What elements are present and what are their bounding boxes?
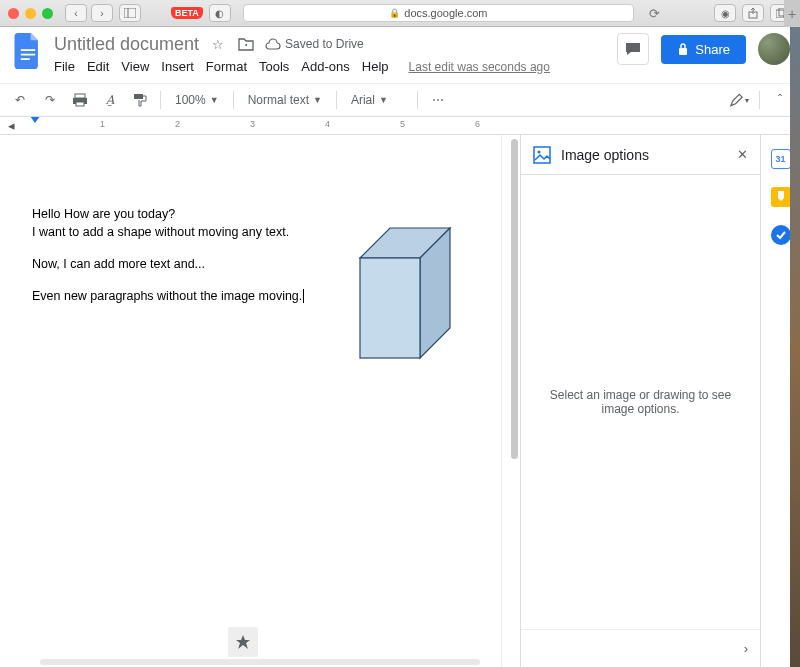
- share-system-button[interactable]: [742, 4, 764, 22]
- move-icon[interactable]: [237, 35, 255, 53]
- docs-logo-icon[interactable]: [10, 33, 46, 69]
- text-line: I want to add a shape without moving any…: [32, 225, 289, 239]
- indent-marker-icon[interactable]: [30, 117, 40, 123]
- vertical-scrollbar[interactable]: [508, 135, 520, 667]
- svg-rect-7: [21, 54, 35, 56]
- image-icon: [533, 146, 551, 164]
- sidebar-expand-icon[interactable]: ›: [744, 641, 748, 656]
- tasks-addon-icon[interactable]: [771, 225, 791, 245]
- ruler-scale[interactable]: 1 2 3 4 5 6: [30, 117, 510, 134]
- back-button[interactable]: ‹: [65, 4, 87, 22]
- svg-rect-13: [134, 94, 143, 99]
- calendar-addon-icon[interactable]: 31: [771, 149, 791, 169]
- document-body[interactable]: Hello How are you today? I want to add a…: [32, 205, 304, 320]
- url-field[interactable]: 🔒 docs.google.com: [243, 4, 634, 22]
- forward-button[interactable]: ›: [91, 4, 113, 22]
- menu-insert[interactable]: Insert: [161, 59, 194, 74]
- svg-rect-16: [360, 258, 420, 358]
- svg-rect-8: [21, 58, 30, 60]
- ruler-right-fill: [520, 117, 800, 135]
- save-status: Saved to Drive: [265, 37, 364, 51]
- redo-button[interactable]: ↷: [40, 90, 60, 110]
- share-button[interactable]: Share: [661, 35, 746, 64]
- account-avatar[interactable]: [758, 33, 790, 65]
- sidebar-title: Image options: [561, 147, 727, 163]
- print-button[interactable]: [70, 90, 90, 110]
- collapse-toolbar-button[interactable]: ˆ: [770, 90, 790, 110]
- document-title[interactable]: Untitled document: [54, 34, 199, 55]
- beta-badge: BETA: [171, 7, 203, 19]
- svg-rect-6: [21, 49, 35, 51]
- sidebar-toggle-button[interactable]: [119, 4, 141, 22]
- last-edit-link[interactable]: Last edit was seconds ago: [409, 60, 550, 74]
- svg-point-19: [538, 150, 541, 153]
- paint-format-button[interactable]: [130, 90, 150, 110]
- comments-button[interactable]: [617, 33, 649, 65]
- drawing-cube[interactable]: [352, 220, 482, 380]
- downloads-button[interactable]: ◉: [714, 4, 736, 22]
- keep-addon-icon[interactable]: [771, 187, 791, 207]
- svg-rect-18: [534, 147, 550, 163]
- docs-header: Untitled document ☆ Saved to Drive File …: [0, 27, 800, 83]
- window-controls: [8, 8, 53, 19]
- svg-rect-12: [76, 102, 84, 106]
- chevron-down-icon: ▼: [313, 95, 322, 105]
- menu-tools[interactable]: Tools: [259, 59, 289, 74]
- style-dropdown[interactable]: Normal text▼: [244, 93, 326, 107]
- document-canvas[interactable]: Hello How are you today? I want to add a…: [0, 135, 520, 667]
- format-toolbar: ↶ ↷ A̱ 100%▼ Normal text▼ Arial▼ ⋯ ▾ ˆ: [0, 83, 800, 117]
- text-line: Even new paragraphs without the image mo…: [32, 289, 302, 303]
- url-text: docs.google.com: [404, 7, 487, 19]
- ruler: ◂ 1 2 3 4 5 6: [0, 117, 800, 135]
- menu-addons[interactable]: Add-ons: [301, 59, 349, 74]
- outline-toggle-icon[interactable]: ◂: [8, 118, 15, 133]
- menu-format[interactable]: Format: [206, 59, 247, 74]
- page: Hello How are you today? I want to add a…: [22, 135, 502, 667]
- svg-rect-4: [776, 10, 784, 18]
- close-window-icon[interactable]: [8, 8, 19, 19]
- font-dropdown[interactable]: Arial▼: [347, 93, 407, 107]
- menu-bar: File Edit View Insert Format Tools Add-o…: [54, 59, 617, 74]
- main-area: Hello How are you today? I want to add a…: [0, 135, 800, 667]
- menu-view[interactable]: View: [121, 59, 149, 74]
- star-icon[interactable]: ☆: [209, 35, 227, 53]
- minimize-window-icon[interactable]: [25, 8, 36, 19]
- desktop-background-edge: [790, 27, 800, 667]
- text-line: Now, I can add more text and...: [32, 257, 205, 271]
- close-sidebar-button[interactable]: ✕: [737, 147, 748, 162]
- more-tools-button[interactable]: ⋯: [428, 90, 448, 110]
- text-cursor: [303, 289, 304, 303]
- explore-button[interactable]: [228, 627, 258, 657]
- new-tab-button[interactable]: +: [784, 0, 800, 27]
- scrollbar-thumb[interactable]: [511, 139, 518, 459]
- zoom-dropdown[interactable]: 100%▼: [171, 93, 223, 107]
- fullscreen-window-icon[interactable]: [42, 8, 53, 19]
- reader-button[interactable]: ◐: [209, 4, 231, 22]
- menu-edit[interactable]: Edit: [87, 59, 109, 74]
- svg-rect-0: [124, 8, 136, 18]
- text-line: Hello How are you today?: [32, 207, 175, 221]
- svg-rect-10: [75, 94, 85, 98]
- svg-rect-9: [679, 48, 687, 55]
- svg-marker-17: [236, 635, 250, 649]
- reload-button[interactable]: ⟳: [646, 6, 662, 21]
- lock-icon: [677, 42, 689, 56]
- lock-icon: 🔒: [389, 8, 400, 18]
- editing-mode-button[interactable]: ▾: [729, 90, 749, 110]
- spellcheck-button[interactable]: A̱: [100, 90, 120, 110]
- undo-button[interactable]: ↶: [10, 90, 30, 110]
- menu-help[interactable]: Help: [362, 59, 389, 74]
- browser-toolbar: ‹ › BETA ◐ 🔒 docs.google.com ⟳ ◉: [0, 0, 800, 27]
- sidebar-placeholder: Select an image or drawing to see image …: [521, 175, 760, 629]
- chevron-down-icon: ▼: [210, 95, 219, 105]
- cloud-icon: [265, 38, 281, 50]
- image-options-panel: Image options ✕ Select an image or drawi…: [520, 135, 760, 667]
- chevron-down-icon: ▼: [379, 95, 388, 105]
- menu-file[interactable]: File: [54, 59, 75, 74]
- horizontal-scrollbar[interactable]: [40, 659, 480, 665]
